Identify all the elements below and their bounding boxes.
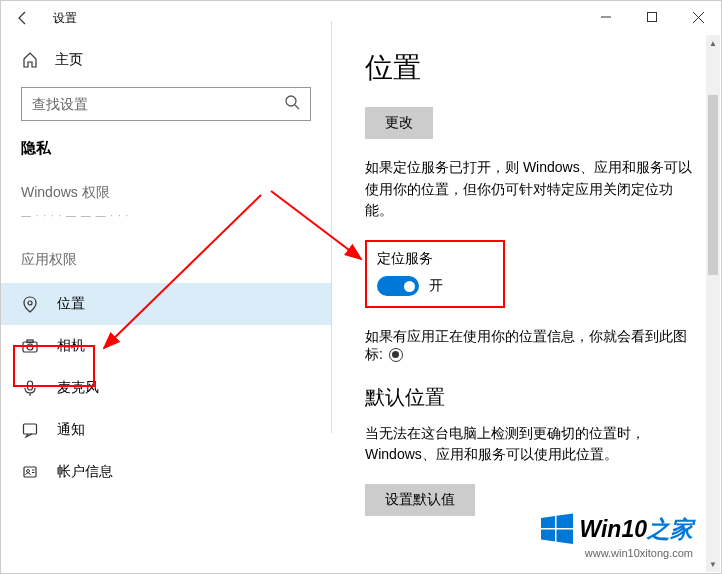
default-location-desc: 当无法在这台电脑上检测到更确切的位置时，Windows、应用和服务可以使用此位置… bbox=[365, 423, 697, 466]
svg-rect-9 bbox=[27, 340, 33, 343]
service-label: 定位服务 bbox=[377, 250, 493, 268]
titlebar: 设置 bbox=[1, 1, 721, 35]
nav-label: 帐户信息 bbox=[57, 463, 113, 481]
nav-location[interactable]: 位置 bbox=[1, 283, 331, 325]
nav-camera[interactable]: 相机 bbox=[1, 325, 331, 367]
location-toggle[interactable] bbox=[377, 276, 419, 296]
nav-label: 麦克风 bbox=[57, 379, 99, 397]
account-icon bbox=[21, 463, 39, 481]
section-privacy: 隐私 bbox=[1, 139, 331, 174]
nav-account[interactable]: 帐户信息 bbox=[1, 451, 331, 493]
window-title: 设置 bbox=[53, 10, 77, 27]
change-button[interactable]: 更改 bbox=[365, 107, 433, 139]
scroll-up-icon[interactable]: ▲ bbox=[706, 35, 720, 51]
windows-logo-icon bbox=[541, 513, 573, 545]
svg-line-5 bbox=[295, 105, 299, 109]
toggle-state: 开 bbox=[429, 277, 443, 295]
svg-point-6 bbox=[28, 301, 32, 305]
watermark: Win10之家 www.win10xitong.com bbox=[541, 513, 693, 559]
watermark-url: www.win10xitong.com bbox=[541, 547, 693, 559]
location-indicator-icon bbox=[389, 348, 403, 362]
maximize-button[interactable] bbox=[629, 1, 675, 33]
nav-label: 位置 bbox=[57, 295, 85, 313]
group-app-perm: 应用权限 bbox=[1, 241, 331, 283]
scrollbar[interactable]: ▲ ▼ bbox=[706, 35, 720, 572]
group-windows-perm: Windows 权限 bbox=[1, 174, 331, 208]
sidebar: 主页 隐私 Windows 权限 — · · · · — — — · · · 应… bbox=[1, 35, 331, 573]
search-input[interactable] bbox=[32, 96, 284, 112]
notification-icon bbox=[21, 421, 39, 439]
microphone-icon bbox=[21, 379, 39, 397]
scroll-down-icon[interactable]: ▼ bbox=[706, 556, 720, 572]
home-icon bbox=[21, 51, 39, 69]
search-box[interactable] bbox=[21, 87, 311, 121]
close-button[interactable] bbox=[675, 1, 721, 33]
nav-label: 相机 bbox=[57, 337, 85, 355]
main-panel: 位置 更改 如果定位服务已打开，则 Windows、应用和服务可以使用你的位置，… bbox=[331, 35, 721, 573]
usage-desc-line2: 标: bbox=[365, 346, 697, 364]
location-service-highlight: 定位服务 开 bbox=[365, 240, 505, 308]
nav-label: 通知 bbox=[57, 421, 85, 439]
toggle-knob bbox=[404, 281, 415, 292]
nav-microphone[interactable]: 麦克风 bbox=[1, 367, 331, 409]
back-button[interactable] bbox=[1, 1, 45, 35]
svg-rect-12 bbox=[24, 424, 37, 434]
nav-notification[interactable]: 通知 bbox=[1, 409, 331, 451]
truncated-item: — · · · · — — — · · · bbox=[1, 208, 331, 241]
window-controls bbox=[583, 1, 721, 33]
home-label: 主页 bbox=[55, 51, 83, 69]
svg-point-8 bbox=[27, 344, 33, 350]
search-icon bbox=[284, 94, 300, 114]
svg-rect-1 bbox=[648, 13, 657, 22]
minimize-button[interactable] bbox=[583, 1, 629, 33]
home-nav[interactable]: 主页 bbox=[1, 41, 331, 79]
usage-desc: 如果有应用正在使用你的位置信息，你就会看到此图 bbox=[365, 326, 697, 348]
page-title: 位置 bbox=[365, 49, 697, 87]
location-desc: 如果定位服务已打开，则 Windows、应用和服务可以使用你的位置，但你仍可针对… bbox=[365, 157, 697, 222]
default-location-heading: 默认位置 bbox=[365, 384, 697, 411]
svg-point-14 bbox=[27, 470, 30, 473]
set-default-button[interactable]: 设置默认值 bbox=[365, 484, 475, 516]
svg-rect-10 bbox=[28, 381, 33, 390]
camera-icon bbox=[21, 337, 39, 355]
watermark-brand: Win10之家 bbox=[579, 514, 693, 545]
scroll-thumb[interactable] bbox=[708, 95, 718, 275]
svg-point-4 bbox=[286, 96, 296, 106]
location-icon bbox=[21, 295, 39, 313]
